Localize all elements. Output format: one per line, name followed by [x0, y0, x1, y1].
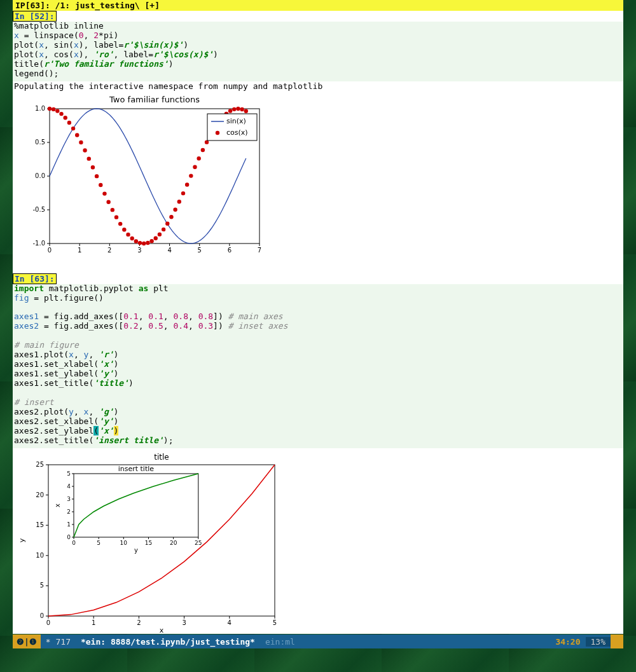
svg-text:0.0: 0.0 [35, 172, 45, 179]
svg-text:x: x [54, 504, 61, 507]
modified-indicator: * 717 [41, 637, 76, 647]
svg-point-62 [181, 191, 185, 195]
svg-text:3: 3 [182, 619, 186, 626]
svg-text:4: 4 [228, 619, 232, 626]
svg-point-32 [64, 116, 67, 120]
svg-text:1: 1 [92, 619, 95, 626]
svg-text:title: title [154, 453, 169, 462]
svg-point-82 [216, 130, 219, 134]
svg-point-35 [75, 133, 79, 137]
window-number-badge: ❷|❶ [13, 634, 41, 648]
svg-text:20: 20 [170, 540, 177, 546]
svg-point-59 [169, 215, 173, 219]
chart-two-familiar-functions: 01234567-1.0-0.50.00.51.0Two familiar fu… [19, 93, 267, 259]
svg-text:0: 0 [72, 540, 76, 546]
cursor-position: 34:20 [550, 637, 585, 647]
svg-point-39 [91, 165, 95, 169]
svg-point-53 [146, 240, 149, 244]
svg-text:4: 4 [167, 247, 171, 254]
svg-text:20: 20 [36, 491, 44, 498]
svg-point-34 [71, 127, 75, 130]
svg-point-74 [228, 109, 232, 113]
major-mode: ein:ml [260, 637, 300, 647]
svg-point-67 [201, 147, 205, 151]
svg-point-44 [111, 208, 114, 212]
svg-point-46 [118, 222, 122, 226]
tab-bar[interactable]: IP[63]: /1: just_testing\ [+] [13, 0, 623, 11]
svg-point-51 [138, 241, 142, 245]
svg-text:0: 0 [67, 534, 71, 540]
svg-text:2: 2 [67, 509, 71, 515]
svg-text:5: 5 [198, 247, 202, 254]
svg-text:15: 15 [145, 540, 152, 546]
svg-text:5: 5 [40, 582, 44, 589]
svg-point-41 [99, 182, 102, 186]
svg-text:1: 1 [78, 247, 81, 254]
svg-point-42 [102, 191, 106, 195]
svg-text:10: 10 [120, 540, 128, 546]
svg-text:Two familiar functions: Two familiar functions [109, 95, 200, 104]
svg-point-77 [240, 107, 244, 111]
svg-text:insert title: insert title [118, 465, 155, 473]
svg-text:5: 5 [97, 540, 100, 546]
svg-point-56 [158, 232, 162, 236]
svg-text:3: 3 [137, 247, 141, 254]
svg-text:0: 0 [40, 612, 44, 619]
svg-text:cos(x): cos(x) [226, 128, 248, 137]
svg-point-75 [232, 107, 236, 111]
svg-point-60 [173, 207, 177, 211]
editor-window[interactable]: IP[63]: /1: just_testing\ [+] In [52]: %… [13, 0, 623, 634]
svg-text:4: 4 [67, 483, 71, 490]
svg-point-33 [67, 120, 71, 124]
svg-text:6: 6 [228, 247, 232, 254]
svg-point-76 [236, 106, 240, 110]
svg-text:0: 0 [48, 247, 52, 254]
svg-point-57 [162, 227, 165, 231]
svg-point-63 [185, 182, 189, 186]
cell-2-prompt: In [63]: [13, 273, 57, 284]
svg-point-78 [244, 109, 248, 113]
svg-point-47 [122, 228, 126, 231]
svg-point-43 [106, 200, 110, 203]
svg-point-64 [189, 174, 193, 177]
svg-point-29 [52, 107, 55, 111]
svg-point-66 [197, 156, 200, 160]
buffer-name: *ein: 8888/test.ipynb/just_testing* [76, 637, 260, 647]
cell-2[interactable]: In [63]: import matplotlib.pyplot as plt… [13, 273, 623, 634]
svg-text:15: 15 [36, 521, 44, 528]
cell-2-chart: 0123450510152025titlexy0510152025012345i… [13, 448, 623, 634]
svg-point-48 [126, 232, 130, 236]
svg-point-36 [79, 140, 83, 144]
cell-1-chart: 01234567-1.0-0.50.00.51.0Two familiar fu… [13, 91, 623, 262]
cell-1-code[interactable]: %matplotlib inline x = linspace(0, 2*pi)… [13, 22, 623, 81]
svg-text:10: 10 [36, 551, 44, 558]
cell-2-code[interactable]: import matplotlib.pyplot as plt fig = pl… [13, 284, 623, 448]
svg-text:x: x [160, 626, 164, 634]
cell-1[interactable]: In [52]: %matplotlib inline x = linspace… [13, 11, 623, 262]
modeline-endcap [611, 634, 623, 648]
svg-point-50 [134, 239, 138, 243]
svg-text:2: 2 [107, 247, 111, 254]
svg-point-49 [130, 236, 134, 240]
svg-point-28 [48, 106, 52, 110]
svg-text:5: 5 [67, 470, 71, 477]
svg-point-37 [83, 148, 86, 152]
svg-point-38 [87, 156, 91, 160]
svg-text:2: 2 [137, 619, 141, 626]
svg-point-61 [177, 200, 181, 203]
svg-text:0: 0 [46, 619, 50, 626]
cell-1-prompt: In [52]: [13, 11, 57, 22]
chart-title-with-inset: 0123450510152025titlexy0510152025012345i… [15, 451, 282, 634]
svg-text:1.0: 1.0 [35, 105, 45, 112]
svg-text:y: y [18, 538, 26, 542]
svg-text:sin(x): sin(x) [226, 117, 246, 125]
svg-text:-1.0: -1.0 [32, 240, 45, 247]
svg-point-30 [55, 109, 59, 113]
svg-text:0.5: 0.5 [35, 139, 45, 146]
cell-1-output-text: Populating the interactive namespace fro… [13, 81, 623, 91]
svg-point-31 [59, 112, 63, 116]
svg-text:3: 3 [67, 496, 71, 502]
scroll-percent: 13% [586, 637, 611, 647]
svg-rect-112 [74, 474, 198, 537]
svg-text:y: y [134, 547, 138, 554]
